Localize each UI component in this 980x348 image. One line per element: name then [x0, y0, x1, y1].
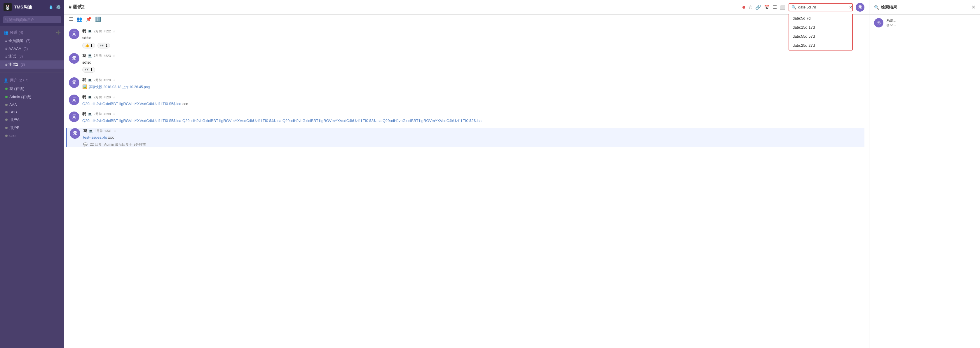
reaction-eyes[interactable]: 👀 1	[82, 67, 95, 73]
channel-name: 测试2	[8, 62, 18, 67]
pin-icon[interactable]: 📌	[86, 16, 92, 22]
sidebar-item-aaaaa[interactable]: # AAAAA (2)	[0, 45, 64, 52]
user-item-me[interactable]: 我 (在线)	[0, 85, 64, 93]
online-dot	[5, 88, 8, 90]
sidebar-item-all-channel[interactable]: # 全员频道 (7)	[0, 37, 64, 45]
device-icon: 💻	[88, 96, 92, 99]
image-link[interactable]: 屏幕快照 2018-03-18 上午10.26.45.png	[88, 85, 150, 89]
result-avatar: 元	[874, 18, 883, 27]
message-meta: 我 💻 2月前 #322 ☆	[82, 29, 864, 34]
channel-header: # 测试2 ☆ 🔗 📅 ☰ ⬜ 🔍 ✕ date:5d 7d date:15d …	[64, 0, 869, 14]
message-link[interactable]: Q29udHJvbGxlciBBT1lgRGVmYXVsdC4kUzI1LTI0…	[82, 102, 181, 106]
file-link[interactable]: test-issues.xls	[83, 135, 107, 140]
message-author: 我	[82, 112, 86, 117]
users-label: 用户 (2 / 7)	[10, 78, 29, 83]
channel-badge: (2)	[24, 47, 28, 51]
device-icon: 💻	[88, 112, 92, 116]
table-row: 元 我 💻 2月前 #323 ☆ sdfsd 👀 1	[69, 53, 864, 73]
sidebar-search-input[interactable]	[3, 16, 61, 23]
sidebar-header: 🐰 TMS沟通 💧 ⚙️	[0, 0, 64, 14]
sidebar: 🐰 TMS沟通 💧 ⚙️ 👥 频道 (4) ➕ # 全员频道 (7) # AAA…	[0, 0, 64, 348]
user-item-admin[interactable]: Admin (在线)	[0, 93, 64, 101]
message-content: 我 💻 2月前 #329 ☆ Q29udHJvbGxlciBBT1lgRGVmY…	[82, 94, 864, 107]
channels-section-header[interactable]: 👥 频道 (4) ➕	[0, 28, 64, 37]
image-attachment[interactable]: 🖼️ 屏幕快照 2018-03-18 上午10.26.45.png	[82, 84, 150, 90]
user-group-icon: 👤	[3, 78, 8, 83]
device-icon: 💻	[89, 129, 93, 133]
user-name: Admin (在线)	[10, 94, 31, 99]
message-meta: 我 💻 2月前 #329 ☆	[82, 94, 864, 100]
link-icon[interactable]: 🔗	[755, 5, 761, 10]
close-panel-icon[interactable]: ✕	[972, 5, 975, 10]
settings-icon[interactable]: ⚙️	[56, 5, 61, 10]
message-link[interactable]: Q29udHJvbGxlciBBT1lgRGVmYXVsdC4kUzI1LTI0…	[182, 118, 282, 123]
message-content: 我 💻 2月前 #330 ☆ Q29udHJvbGxlciBBT1lgRGVmY…	[82, 112, 864, 124]
sidebar-item-test2[interactable]: # 测试2 (3)	[0, 61, 64, 69]
avatar: 元	[69, 94, 80, 105]
sidebar-item-test[interactable]: # 测试 (3)	[0, 52, 64, 61]
star-icon[interactable]: ☆	[113, 112, 116, 116]
current-user-avatar[interactable]: 元	[856, 3, 864, 12]
star-icon[interactable]: ☆	[113, 78, 116, 82]
result-content: 系统... @Ac...	[886, 18, 975, 27]
info-icon[interactable]: ℹ️	[95, 16, 101, 22]
add-channel-icon[interactable]: ➕	[56, 30, 61, 35]
user-name: BBB	[10, 110, 17, 114]
star-icon[interactable]: ☆	[113, 54, 116, 57]
message-time: 2月前	[94, 95, 102, 99]
clear-search-icon[interactable]: ✕	[849, 5, 853, 10]
dropdown-item-4[interactable]: date:25d 27d	[789, 41, 852, 50]
dropdown-item-1[interactable]: date:5d 7d	[789, 14, 852, 23]
hash-icon: #	[5, 46, 7, 51]
dropdown-item-3[interactable]: date:55d 57d	[789, 32, 852, 41]
message-content: 我 💻 2月前 #331 ☆ test-issues.xls xxx 💬 22 …	[83, 128, 864, 147]
channel-badge: (7)	[26, 39, 30, 43]
calendar-icon[interactable]: 📅	[764, 5, 770, 10]
message-time: 2月前	[94, 112, 102, 116]
members-icon[interactable]: 👥	[76, 16, 82, 22]
message-text: sdfsd	[82, 35, 864, 41]
hash-icon: #	[5, 54, 7, 59]
user-item-userb[interactable]: 用户B	[0, 124, 64, 132]
reaction-bar: 👍 1 👀 1	[82, 43, 864, 48]
table-row: 元 我 💻 2月前 #322 ☆ sdfsd 👍 1 👀 1	[69, 29, 864, 48]
dropdown-item-2[interactable]: date:15d 17d	[789, 23, 852, 32]
list-icon[interactable]: ☰	[773, 5, 777, 10]
water-drop-icon[interactable]: 💧	[48, 5, 53, 10]
star-icon[interactable]: ☆	[113, 96, 116, 99]
grid-icon[interactable]: ⬜	[780, 5, 786, 10]
message-id: #330	[103, 112, 111, 116]
message-link[interactable]: Q29udHJvbGxlciBBT1lgRGVmYXVsdC4kUzI1LTI0…	[383, 118, 482, 123]
reaction-thumbs-up[interactable]: 👍 1	[82, 43, 95, 48]
user-item-user[interactable]: user	[0, 132, 64, 139]
menu-icon[interactable]: ☰	[69, 16, 73, 22]
channel-badge: (3)	[18, 54, 23, 58]
message-time: 2月前	[94, 29, 102, 34]
star-icon[interactable]: ☆	[748, 5, 752, 10]
table-row: 元 我 💻 2月前 #331 ☆ test-issues.xls xxx 💬 2…	[66, 128, 864, 147]
message-time: 2月前	[94, 53, 102, 58]
message-link[interactable]: Q29udHJvbGxlciBBT1lgRGVmYXVsdC4kUzI1LTI0…	[82, 118, 181, 123]
message-author: 我	[82, 94, 86, 100]
star-icon[interactable]: ☆	[113, 29, 116, 33]
search-input[interactable]	[798, 5, 847, 10]
users-section-header[interactable]: 👤 用户 (2 / 7)	[0, 76, 64, 85]
reaction-eyes[interactable]: 👀 1	[97, 43, 110, 48]
star-icon[interactable]: ☆	[113, 129, 116, 133]
reply-count[interactable]: 22 回复	[90, 142, 102, 147]
message-link[interactable]: Q29udHJvbGxlciBBT1lgRGVmYXVsdC4kUzI1LTI0…	[283, 118, 382, 123]
user-item-usera[interactable]: 用户A	[0, 116, 64, 124]
channel-name: AAAAA	[8, 46, 21, 51]
avatar: 元	[70, 128, 80, 139]
app-title: TMS沟通	[14, 5, 46, 10]
message-meta: 我 💻 2月前 #331 ☆	[83, 128, 864, 133]
user-item-bbb[interactable]: BBB	[0, 108, 64, 116]
messages-area: 元 我 💻 2月前 #322 ☆ sdfsd 👍 1 👀 1 元	[64, 24, 869, 348]
user-item-aaa[interactable]: AAA	[0, 101, 64, 108]
users-section-title: 👤 用户 (2 / 7)	[3, 78, 29, 83]
message-id: #323	[103, 54, 111, 57]
message-text: sdfsd	[82, 59, 864, 65]
users-section: 👤 用户 (2 / 7) 我 (在线) Admin (在线) AAA BBB 用…	[0, 73, 64, 142]
offline-dot	[5, 111, 8, 113]
message-time: 2月前	[94, 78, 102, 82]
